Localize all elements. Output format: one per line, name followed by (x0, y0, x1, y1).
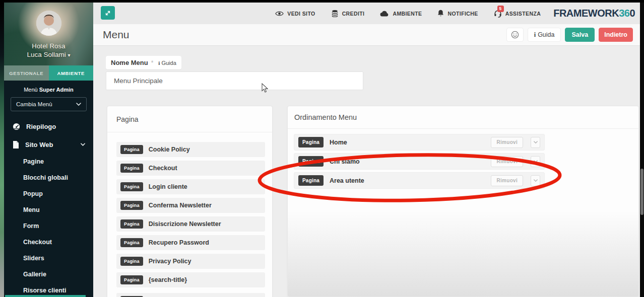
cloud-icon (380, 11, 389, 17)
page-type-badge: Pagina (298, 137, 324, 147)
topbar-item-crediti[interactable]: CREDITI (331, 10, 365, 17)
page-row[interactable]: Pagina Recupero Password (116, 235, 265, 250)
sidebar-item-riepilogo[interactable]: Riepilogo (4, 117, 93, 135)
tab-gestionale[interactable]: GESTIONALE (4, 65, 49, 81)
eye-icon (275, 11, 284, 17)
page-row-label: Login cliente (149, 183, 187, 190)
topbar-item-vedi-sito[interactable]: VEDI SITO (275, 11, 315, 17)
order-row-label: Home (330, 139, 485, 146)
page-row[interactable]: Pagina Login cliente (116, 179, 265, 194)
guida-button[interactable]: i Guida (528, 28, 561, 42)
required-mark: * (151, 59, 154, 66)
sidebar-subitem-label: Menu (23, 206, 40, 213)
row-dropdown-button[interactable] (531, 156, 540, 167)
sidebar-subitem[interactable]: Sliders (4, 250, 93, 266)
sidebar-subitem[interactable]: Blocchi globali (4, 170, 93, 186)
user-caret-icon: ▾ (68, 52, 71, 58)
page-type-badge: Pagina (298, 156, 324, 167)
page-type-badge: Pagina (120, 164, 143, 173)
sidebar-subitem-label: Form (23, 222, 39, 230)
fullscreen-button[interactable] (101, 6, 115, 20)
page-row-partial[interactable]: Pagina (116, 293, 265, 297)
sidebar-subitem-label: Blocchi globali (23, 174, 68, 181)
user-name: Luca Sollami (27, 51, 66, 58)
sidebar-subitem-label: Risorse clienti (23, 287, 66, 294)
user-menu[interactable]: Luca Sollami ▾ (4, 51, 93, 58)
menu-name-input[interactable] (106, 71, 363, 90)
sidebar-item-label: Riepilogo (26, 123, 56, 130)
page-type-badge: Pagina (298, 175, 324, 186)
page-type-badge: Pagina (120, 219, 143, 229)
menu-meta-label: Menù Super Admin (4, 87, 93, 93)
sidebar: Hotel Rosa Luca Sollami ▾ GESTIONALE AMB… (4, 3, 93, 297)
sidebar-subitem[interactable]: Gallerie (4, 266, 93, 282)
page-header: Menu i Guida Salva Indietro (93, 24, 640, 46)
back-button[interactable]: Indietro (599, 28, 633, 42)
pages-panel-title: Pagina (107, 106, 272, 132)
page-type-badge: Pagina (120, 257, 143, 266)
sito-web-submenu: Pagine Blocchi globali Popup Menu Form (4, 154, 93, 297)
avatar (36, 11, 61, 36)
page-type-badge: Pagina (120, 145, 143, 154)
page-row[interactable]: Pagina Privacy Policy (116, 254, 265, 269)
page-type-badge: Pagina (120, 275, 143, 284)
sidebar-item-sito-web[interactable]: Sito Web (4, 135, 93, 154)
row-dropdown-button[interactable] (531, 137, 540, 148)
tab-ambiente[interactable]: AMBIENTE (49, 65, 94, 81)
order-row-label: Area utente (330, 177, 485, 184)
expand-icon (104, 10, 111, 17)
sidebar-subitem[interactable]: Checkout (4, 234, 93, 250)
topbar-item-ambiente[interactable]: AMBIENTE (380, 11, 422, 17)
menu-order-panel: Ordinamento Menu Pagina Home Rimuovi Pag… (287, 106, 639, 297)
framework360-logo[interactable]: FRAMEWORK360 (553, 8, 635, 19)
info-icon: i (534, 31, 536, 39)
sidebar-tabs: GESTIONALE AMBIENTE (4, 65, 93, 81)
page-row[interactable]: Pagina Cookie Policy (116, 142, 265, 157)
page-type-badge: Pagina (120, 238, 143, 247)
sidebar-subitem[interactable]: Menu (4, 202, 93, 218)
row-dropdown-button[interactable] (531, 175, 540, 186)
chevron-down-icon (76, 103, 81, 106)
sidebar-subitem[interactable]: Popup (4, 186, 93, 202)
scrollbar-thumb[interactable] (640, 169, 643, 215)
menu-name-label: Nome Menu * iGuida (106, 56, 181, 69)
chevron-down-icon (81, 143, 85, 146)
remove-button[interactable]: Rimuovi (491, 175, 523, 186)
change-menu-select[interactable]: Cambia Menù (11, 97, 87, 111)
remove-button[interactable]: Rimuovi (491, 156, 523, 167)
page-row[interactable]: Pagina Conferma Newsletter (116, 198, 265, 213)
order-row[interactable]: Pagina Chi siamo Rimuovi (294, 153, 545, 170)
sidebar-subitem-label: Popup (23, 190, 43, 197)
topbar-item-assistenza[interactable]: 5 ASSISTENZA (494, 10, 541, 18)
main-content: Nome Menu * iGuida Pagina Pagina Cookie … (93, 46, 640, 297)
page-row[interactable]: Pagina {search-title} (116, 272, 265, 287)
save-button[interactable]: Salva (565, 28, 595, 42)
page-row[interactable]: Pagina Checkout (116, 161, 265, 176)
page-row[interactable]: Pagina Disiscrizione Newsletter (116, 216, 265, 232)
page-type-badge: Pagina (120, 182, 143, 191)
change-menu-value: Cambia Menù (16, 101, 76, 107)
profile-header: Hotel Rosa Luca Sollami ▾ GESTIONALE AMB… (4, 3, 93, 81)
topbar-item-label: AMBIENTE (393, 11, 422, 17)
page-scrollbar[interactable] (640, 3, 644, 297)
field-guida-button[interactable]: iGuida (158, 60, 176, 66)
feedback-emoji-button[interactable] (506, 28, 524, 42)
sidebar-subitem[interactable]: Form (4, 218, 93, 234)
page-row-label: {search-title} (149, 276, 187, 283)
page-row-label: Recupero Password (149, 239, 209, 246)
topbar-item-label: NOTIFICHE (447, 11, 478, 17)
bell-icon (437, 10, 444, 17)
sidebar-nav: Riepilogo Sito Web Pagine Blocchi global… (4, 117, 93, 297)
remove-button[interactable]: Rimuovi (491, 137, 523, 148)
topbar-item-notifiche[interactable]: NOTIFICHE (437, 10, 478, 17)
pages-list: Pagina Cookie Policy Pagina Checkout Pag… (107, 132, 272, 287)
workspace-name: Hotel Rosa (4, 42, 93, 50)
order-row[interactable]: Pagina Home Rimuovi (294, 134, 545, 151)
sidebar-subitem[interactable]: Pagine (4, 154, 93, 170)
order-row[interactable]: Pagina Area utente Rimuovi (294, 172, 545, 189)
sidebar-subitem-label: Pagine (23, 158, 44, 165)
sidebar-subitem[interactable]: Risorse clienti (4, 282, 93, 297)
page-row-label: Privacy Policy (149, 258, 191, 265)
page-row-label: Checkout (149, 165, 177, 172)
topbar-item-label: VEDI SITO (287, 11, 315, 17)
